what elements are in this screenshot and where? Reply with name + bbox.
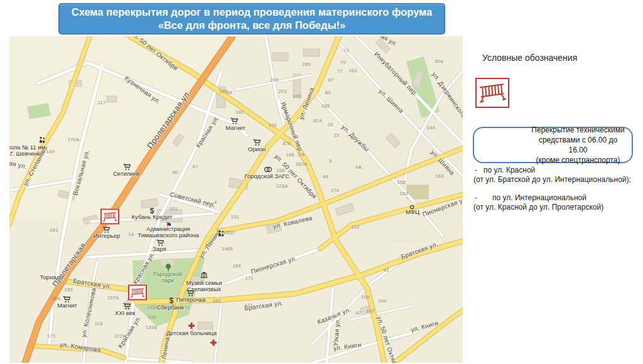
building-number: 77 — [337, 68, 343, 74]
title-line-1: Схема перекрытия дорог в период проведен… — [72, 6, 433, 19]
poi-label: Ситилинк — [113, 171, 139, 177]
closure-street-title: по ул. Интернациональной — [492, 193, 638, 203]
museum-icon — [200, 272, 208, 279]
building-number: 87 — [356, 310, 362, 316]
building-number: 87Б — [283, 141, 291, 146]
building-number: 157А — [107, 295, 119, 301]
building-number: 131Б — [146, 324, 158, 330]
list-dash: - — [475, 166, 477, 175]
building-number: 26 — [328, 122, 333, 127]
building-number: 4 — [214, 200, 217, 205]
building-number: 154 — [399, 191, 408, 196]
cross-icon — [210, 339, 217, 346]
building-number: 87А — [313, 118, 322, 124]
poi-label: Торнадо — [40, 274, 63, 281]
building-number: 168 — [232, 263, 240, 269]
closure-street-item: - по ул. Интернациональной (от ул. Красн… — [473, 193, 638, 212]
cart-icon — [186, 290, 195, 297]
poi-label: Пятёрочка — [176, 297, 206, 303]
building-number: 188 — [321, 103, 329, 109]
school-icon — [38, 137, 46, 144]
closure-note-line: (кроме спецтранспорта) — [529, 155, 627, 165]
building-number: 73 — [343, 48, 349, 53]
poi-label: Сбербанк — [157, 304, 184, 311]
title-line-2: «Все для фронта, все для Победы!» — [158, 19, 346, 32]
poi-label: Детская больница — [166, 330, 217, 336]
poi-label: МФЦ — [406, 209, 419, 215]
cart-icon — [230, 118, 239, 125]
building-number: 44 — [323, 174, 328, 179]
list-dash: - — [475, 193, 477, 203]
cart-icon — [123, 303, 131, 310]
building-number: 28А — [51, 296, 60, 301]
building-number: 83 — [325, 90, 331, 95]
building-number: 156 — [397, 179, 405, 185]
building-number: 122А — [114, 333, 126, 339]
closure-note-line: Перекрытие техническими — [529, 125, 627, 135]
poi-label: Интерьер — [94, 233, 120, 239]
building-number: 100 — [293, 94, 301, 99]
cart-icon — [253, 139, 261, 146]
building-number: 133 — [148, 314, 156, 320]
closure-streets-list: - по ул. Красной (от ул. Братской до ул.… — [473, 166, 638, 221]
road-closure-marker — [128, 285, 147, 301]
map-canvas: ул. 50 лет ОктябряКузнечная ул.ая ул.ул.… — [9, 36, 463, 363]
building-number: 107 — [366, 308, 374, 314]
building-number: 182 — [235, 109, 244, 115]
building-number: 117 — [98, 100, 106, 105]
poi-label: Школа № 11 им.Т.Г. Шевченко — [9, 144, 47, 157]
closure-street-item: - по ул. Красной (от ул. Братской до ул.… — [473, 166, 638, 185]
poi-label: АдминистрацияТимашевского района — [138, 226, 199, 238]
closure-street-detail: (от ул. Красной до ул. Пролетарской) — [473, 203, 638, 212]
building-number: 30а — [435, 58, 443, 64]
slide: Схема перекрытия дорог в период проведен… — [0, 0, 643, 364]
closure-street-detail: (от ул. Братской до ул. Интернационально… — [473, 175, 638, 185]
building-number: 166 — [286, 152, 294, 158]
building-number: 43 — [384, 267, 389, 273]
building-number: 203 — [278, 88, 286, 94]
people-icon — [217, 230, 225, 237]
poi-label: Заря — [153, 246, 166, 252]
poi-label: Орион — [248, 146, 266, 153]
building-number: 1А — [128, 232, 134, 237]
building-number: 3 — [329, 158, 332, 164]
poi-label: XXI век — [115, 310, 135, 316]
road-barrier-icon — [475, 78, 509, 108]
closure-note-line: средствами с 06.00 до 16.00 — [529, 135, 627, 155]
building-number: 118 — [95, 321, 103, 326]
building-number: 162А — [296, 161, 308, 167]
poi-label: Кубань Кредит — [132, 214, 173, 220]
building-number: 2А — [298, 152, 305, 158]
dollar-icon: $ — [170, 297, 174, 304]
building-number: 280 — [302, 62, 310, 67]
building-number: 101 — [169, 206, 177, 211]
building-number: 67 — [193, 164, 198, 169]
building-number: 149 — [46, 149, 54, 154]
closure-street-title: по ул. Красной — [484, 166, 638, 175]
building-number: 171 — [244, 302, 252, 308]
poi-label: Магнит — [57, 302, 77, 309]
building-number: 100 — [378, 298, 386, 304]
legend-heading: Условные обозначения — [482, 53, 577, 63]
building-number: 163 — [435, 173, 443, 179]
building-number: 159 — [64, 287, 72, 292]
building-number: 109 — [361, 294, 369, 300]
building-number: 79 — [340, 60, 346, 65]
building-number: 120 — [268, 122, 276, 128]
building-number: 22 — [334, 132, 340, 138]
building-number: 161 — [50, 227, 58, 233]
building-number: 54 — [227, 90, 232, 95]
rings-icon — [264, 166, 273, 173]
road-closure-marker — [100, 209, 119, 225]
title-banner: Схема перекрытия дорог в период проведен… — [58, 3, 445, 35]
building-number: 171 — [245, 276, 253, 281]
cross-icon — [188, 322, 195, 329]
building-number: 263 — [349, 68, 357, 73]
building-number: 171 — [47, 333, 55, 339]
building-number: 205 — [270, 77, 278, 83]
building-number: 146Б — [222, 246, 234, 252]
building-number: 151 — [230, 214, 239, 220]
building-number: 90 — [173, 169, 178, 175]
building-number: 125А — [276, 183, 288, 189]
poi-label: Магнит — [225, 125, 246, 131]
